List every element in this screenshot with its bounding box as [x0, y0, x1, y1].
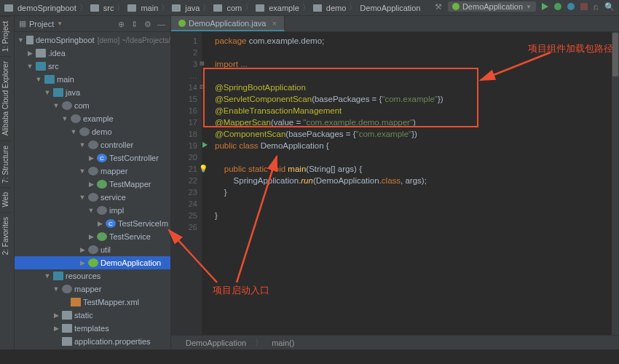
- toolbar: ⚒ DemoApplication ▼ ⎌ 🔍: [435, 1, 615, 12]
- crumb[interactable]: DemoApplication: [186, 339, 246, 347]
- tab-alibaba[interactable]: Alibaba Cloud Explorer: [0, 56, 11, 140]
- panel-title: Project: [29, 20, 54, 28]
- tab-web[interactable]: Web: [0, 187, 11, 211]
- tree-item-testmapper-xml[interactable]: TestMapper.xml: [15, 296, 170, 309]
- left-tool-tabs: 1: Project Alibaba Cloud Explorer 7: Str…: [0, 16, 15, 349]
- springboot-icon: [452, 3, 460, 10]
- editor-area: DemoApplication.java × 123⊞…14⊟151617181…: [171, 16, 619, 349]
- editor-tab-demoapp[interactable]: DemoApplication.java ×: [171, 16, 285, 31]
- git-icon[interactable]: ⎌: [594, 2, 599, 11]
- tree-item-controller[interactable]: ▼controller: [15, 138, 170, 151]
- tree-item-src[interactable]: ▼src: [15, 60, 170, 73]
- folder-icon: [256, 4, 264, 12]
- crumb[interactable]: main: [141, 4, 158, 12]
- crumb[interactable]: src: [103, 4, 114, 12]
- crumb[interactable]: com: [226, 4, 242, 12]
- tab-structure[interactable]: 7: Structure: [0, 141, 11, 188]
- tree-item-demoapplication[interactable]: ▶DemoApplication: [15, 256, 170, 269]
- project-tool-window: ▦Project▼ ⊕ ⇕ ⚙ — ▼demoSpringboot[demo] …: [15, 16, 171, 349]
- springboot-icon: [178, 20, 186, 27]
- folder-icon: [90, 4, 99, 12]
- tree-item-impl[interactable]: ▼impl: [15, 204, 170, 217]
- tree-item-example[interactable]: ▼example: [15, 112, 170, 125]
- folder-icon: [172, 4, 181, 12]
- collapse-icon[interactable]: ⇕: [131, 20, 140, 28]
- crumb-file[interactable]: DemoApplication: [360, 4, 420, 12]
- hammer-icon[interactable]: ⚒: [435, 2, 442, 12]
- tree-item-db-sql[interactable]: db.sql: [15, 348, 170, 349]
- run-config-dropdown[interactable]: DemoApplication ▼: [448, 1, 536, 12]
- breadcrumb-bar: demoSpringboot〉 src〉 main〉 java〉 com〉 ex…: [0, 0, 619, 16]
- tree-item-testmapper[interactable]: ▶TestMapper: [15, 178, 170, 191]
- tree-item-java[interactable]: ▼java: [15, 86, 170, 99]
- search-icon[interactable]: 🔍: [604, 2, 615, 12]
- coverage-icon[interactable]: [567, 3, 575, 10]
- folder-icon: [127, 4, 136, 12]
- annotation-label-right: 项目组件加载包路径: [528, 42, 613, 55]
- stop-icon[interactable]: [580, 3, 588, 10]
- tree-item-testserviceim[interactable]: ▶CTestServiceIm: [15, 217, 170, 230]
- close-icon[interactable]: ×: [272, 19, 276, 28]
- tree-item-demo[interactable]: ▼demo: [15, 125, 170, 138]
- tree-item-com[interactable]: ▼com: [15, 99, 170, 112]
- crumb[interactable]: example: [269, 4, 299, 12]
- project-icon: [4, 4, 13, 12]
- gutter[interactable]: 123⊞…14⊟15161718192021💡2223242526: [171, 32, 202, 335]
- tree-item-templates[interactable]: ▶templates: [15, 322, 170, 335]
- folder-icon: [213, 4, 222, 12]
- hide-icon[interactable]: —: [157, 20, 166, 28]
- debug-icon[interactable]: [554, 3, 561, 10]
- panel-header: ▦Project▼ ⊕ ⇕ ⚙ —: [15, 16, 170, 32]
- tab-label: DemoApplication.java: [189, 19, 266, 28]
- tree-item-application-properties[interactable]: application.properties: [15, 335, 170, 348]
- tree-item-mapper[interactable]: ▼mapper: [15, 165, 170, 178]
- tab-favorites[interactable]: 2: Favorites: [0, 212, 11, 259]
- scrollbar-vertical[interactable]: [612, 32, 619, 335]
- scrollbar-thumb[interactable]: [612, 33, 618, 76]
- annotation-highlight: [203, 68, 478, 127]
- tree-item--idea[interactable]: ▶.idea: [15, 47, 170, 60]
- project-tree[interactable]: ▼demoSpringboot[demo] ~/IdeaProjects/▶.i…: [15, 32, 170, 349]
- annotation-label-bottom: 项目启动入口: [213, 284, 269, 297]
- tree-item-main[interactable]: ▼main: [15, 73, 170, 86]
- breadcrumb-bottom: DemoApplication 〉 main(): [171, 335, 619, 349]
- tree-item-service[interactable]: ▼service: [15, 191, 170, 204]
- tree-item-util[interactable]: ▶util: [15, 243, 170, 256]
- tree-item-testcontroller[interactable]: ▶CTestController: [15, 151, 170, 165]
- folder-icon: [313, 4, 322, 12]
- settings-icon[interactable]: ⚙: [144, 20, 153, 28]
- tree-item-static[interactable]: ▶static: [15, 309, 170, 322]
- crumb[interactable]: main(): [272, 339, 294, 347]
- run-icon[interactable]: [542, 3, 548, 10]
- crumb[interactable]: demoSpringboot: [17, 4, 76, 12]
- crumb[interactable]: demo: [326, 4, 347, 12]
- tree-item-demospringboot[interactable]: ▼demoSpringboot[demo] ~/IdeaProjects/: [15, 33, 170, 47]
- run-config-label: DemoApplication: [462, 2, 523, 11]
- tree-item-testservice[interactable]: ▶TestService: [15, 230, 170, 243]
- tab-project[interactable]: 1: Project: [0, 16, 11, 56]
- tree-item-resources[interactable]: ▼resources: [15, 269, 170, 282]
- select-opened-icon[interactable]: ⊕: [118, 20, 127, 28]
- crumb[interactable]: java: [185, 4, 200, 12]
- tree-item-mapper[interactable]: ▼mapper: [15, 282, 170, 296]
- editor-tabs: DemoApplication.java ×: [171, 16, 619, 32]
